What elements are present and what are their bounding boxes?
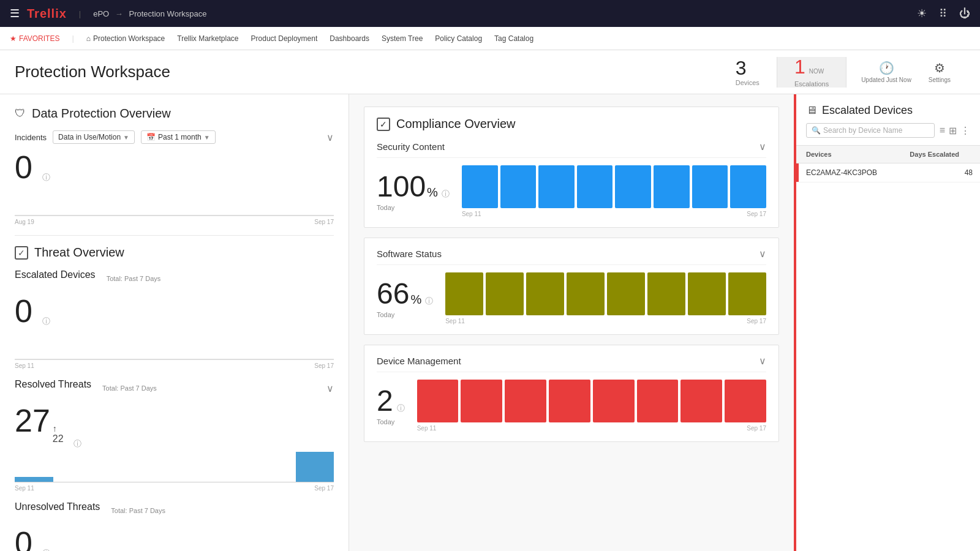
device-percent-group: 2 ⓘ Today xyxy=(377,386,405,425)
resolved-end-date: Sep 17 xyxy=(314,485,334,492)
nav-item-dashboards[interactable]: Dashboards xyxy=(330,34,369,43)
device-bar xyxy=(549,380,590,422)
device-percent-value: 2 xyxy=(377,386,393,416)
sun-icon[interactable]: ☀ xyxy=(917,7,927,20)
device-bar xyxy=(593,380,635,422)
device-today-label: Today xyxy=(377,418,405,425)
more-options-icon[interactable]: ⋮ xyxy=(960,125,970,137)
favorites-label[interactable]: ★ FAVORITES xyxy=(10,34,59,43)
settings-action[interactable]: ⚙ Settings xyxy=(929,61,951,83)
software-percent-sign: % xyxy=(410,293,421,307)
header-actions: 🕐 Updated Just Now ⚙ Settings xyxy=(846,61,965,83)
breadcrumb-start[interactable]: ePO xyxy=(93,9,109,18)
grid-icon[interactable]: ⠿ xyxy=(939,7,947,20)
period-value: Past 1 month xyxy=(158,133,202,141)
device-bar-segments xyxy=(417,380,766,422)
escalated-devices-row: Escalated Devices Total: Past 7 Days xyxy=(15,269,334,288)
data-filter-dropdown[interactable]: Data in Use/Motion ▼ xyxy=(53,130,135,144)
device-start-date: Sep 11 xyxy=(417,425,437,432)
collapse-incidents-button[interactable]: ∨ xyxy=(326,132,334,143)
escalated-info-icon[interactable]: ⓘ xyxy=(42,316,50,327)
incidents-row: Incidents Data in Use/Motion ▼ 📅 Past 1 … xyxy=(15,130,334,144)
nav-item-protection-workspace[interactable]: ⌂ Protection Workspace xyxy=(86,34,165,43)
nav-item-product-deployment[interactable]: Product Deployment xyxy=(251,34,318,43)
escalations-stat[interactable]: 1 NOW Escalations xyxy=(777,57,846,88)
favorites-text: FAVORITES xyxy=(19,34,59,43)
security-percent-value: 100 xyxy=(377,172,426,201)
resolved-value-group: 27 ↑ 22 xyxy=(15,405,64,449)
escalated-devices-table: Devices Days Escalated EC2AMAZ-4KC3POB48 xyxy=(796,146,980,182)
updated-action[interactable]: 🕐 Updated Just Now xyxy=(861,61,911,83)
app-logo: Trellix xyxy=(27,7,67,21)
nav-item-trellix-marketplace[interactable]: Trellix Marketplace xyxy=(177,34,238,43)
security-today-label: Today xyxy=(377,204,450,211)
star-icon: ★ xyxy=(10,34,17,43)
security-info-icon[interactable]: ⓘ xyxy=(442,189,450,200)
nav-label-product-deployment: Product Deployment xyxy=(251,34,318,43)
nav-label-protection: Protection Workspace xyxy=(93,34,165,43)
escalations-count: 1 xyxy=(794,57,805,77)
escalated-chart-labels: Sep 11 Sep 17 xyxy=(15,362,334,369)
software-bar xyxy=(647,272,685,315)
software-info-icon[interactable]: ⓘ xyxy=(425,296,433,307)
device-bar xyxy=(417,380,459,422)
grid-view-icon[interactable]: ⊞ xyxy=(949,125,957,137)
collapse-software-button[interactable]: ∨ xyxy=(759,248,766,260)
devices-stat[interactable]: 3 Devices xyxy=(718,57,777,88)
software-today-label: Today xyxy=(377,311,433,318)
view-toggle: ≡ ⊞ ⋮ xyxy=(940,125,970,137)
nav-label-marketplace: Trellix Marketplace xyxy=(177,34,238,43)
incidents-info-icon[interactable]: ⓘ xyxy=(42,172,50,183)
threat-check-icon: ✓ xyxy=(15,246,28,260)
software-status-header: Software Status ∨ xyxy=(377,248,766,265)
devices-count: 3 xyxy=(736,58,747,78)
power-icon[interactable]: ⏻ xyxy=(959,7,970,20)
security-content-section: Security Content ∨ 100 % ⓘ Today xyxy=(377,141,766,217)
unresolved-value: 0 xyxy=(15,527,32,551)
data-filter-value: Data in Use/Motion xyxy=(58,133,121,141)
security-bar xyxy=(577,165,613,208)
software-end-date: Sep 17 xyxy=(747,318,766,324)
collapse-security-button[interactable]: ∨ xyxy=(759,141,766,152)
device-bar xyxy=(461,380,502,422)
left-panel: 🛡 Data Protection Overview Incidents Dat… xyxy=(0,94,349,551)
monitor-icon: 🖥 xyxy=(806,104,817,117)
security-bar xyxy=(692,165,728,208)
breadcrumb: ePO → Protection Workspace xyxy=(93,9,206,18)
hamburger-menu[interactable]: ☰ xyxy=(10,7,20,20)
favorites-bar: ★ FAVORITES | ⌂ Protection Workspace Tre… xyxy=(0,27,980,50)
settings-gear-icon: ⚙ xyxy=(934,61,945,75)
nav-item-policy-catalog[interactable]: Policy Catalog xyxy=(435,34,482,43)
threat-overview-title: Threat Overview xyxy=(34,246,124,260)
device-bar xyxy=(680,380,722,422)
incidents-value: 0 xyxy=(15,151,32,183)
device-info-icon[interactable]: ⓘ xyxy=(397,403,405,414)
breadcrumb-end[interactable]: Protection Workspace xyxy=(129,9,206,18)
unresolved-info-icon[interactable]: ⓘ xyxy=(42,548,50,551)
software-chart-group: Sep 11 Sep 17 xyxy=(445,272,766,324)
security-content-header: Security Content ∨ xyxy=(377,141,766,158)
incidents-start-date: Aug 19 xyxy=(15,219,34,225)
device-chart-group: Sep 11 Sep 17 xyxy=(417,380,766,432)
home-icon: ⌂ xyxy=(86,34,91,43)
table-row[interactable]: EC2AMAZ-4KC3POB48 xyxy=(796,163,980,182)
nav-item-system-tree[interactable]: System Tree xyxy=(382,34,423,43)
device-end-date: Sep 17 xyxy=(747,425,766,432)
nav-item-tag-catalog[interactable]: Tag Catalog xyxy=(494,34,533,43)
collapse-resolved-button[interactable]: ∨ xyxy=(326,383,334,394)
page-title: Protection Workspace xyxy=(15,62,718,81)
compliance-header: ✓ Compliance Overview xyxy=(377,117,766,131)
collapse-device-button[interactable]: ∨ xyxy=(759,355,766,367)
software-start-date: Sep 11 xyxy=(445,318,465,324)
device-search-container[interactable]: 🔍 Search by Device Name xyxy=(806,123,935,138)
security-axis-labels: Sep 11 Sep 17 xyxy=(462,211,766,217)
main-header: Protection Workspace 3 Devices 1 NOW Esc… xyxy=(0,50,980,94)
period-dropdown[interactable]: 📅 Past 1 month ▼ xyxy=(141,130,216,144)
list-view-icon[interactable]: ≡ xyxy=(940,125,945,137)
resolved-info-icon[interactable]: ⓘ xyxy=(74,438,81,449)
incidents-label: Incidents xyxy=(15,133,47,142)
search-icon: 🔍 xyxy=(812,126,821,135)
security-percent-group: 100 % ⓘ Today xyxy=(377,172,450,211)
device-axis-labels: Sep 11 Sep 17 xyxy=(417,425,766,432)
days-escalated-column-header: Days Escalated xyxy=(902,146,980,163)
